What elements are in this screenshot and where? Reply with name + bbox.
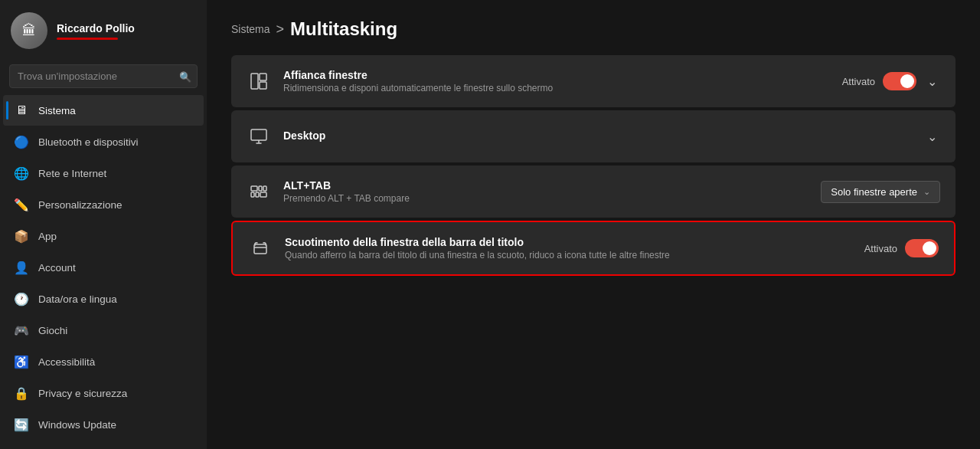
sidebar-item-app-label: App: [38, 231, 57, 242]
svg-rect-3: [251, 129, 266, 140]
alttab-icon: [247, 179, 271, 204]
sidebar-item-accessibilita-label: Accessibilità: [38, 356, 95, 368]
sidebar-item-giochi[interactable]: 🎮 Giochi: [3, 315, 204, 346]
app-icon: 📦: [14, 228, 29, 244]
desktop-text: Desktop: [283, 129, 912, 143]
sidebar-item-sistema-label: Sistema: [38, 105, 76, 116]
accessibilita-icon: ♿: [14, 354, 29, 369]
sidebar-item-giochi-label: Giochi: [38, 325, 67, 336]
desktop-chevron[interactable]: ⌄: [924, 126, 940, 147]
svg-rect-11: [260, 192, 266, 197]
privacy-icon: 🔒: [14, 385, 29, 401]
settings-list: Affianca finestre Ridimensiona e disponi…: [231, 55, 956, 276]
breadcrumb: Sistema > Multitasking: [231, 18, 956, 40]
sidebar-item-personalizzazione-label: Personalizzazione: [38, 199, 122, 211]
desktop-icon: [247, 124, 271, 149]
sidebar-item-windowsupdate-label: Windows Update: [38, 419, 116, 431]
affianca-text: Affianca finestre Ridimensiona e disponi…: [283, 69, 830, 93]
affianca-title: Affianca finestre: [283, 69, 830, 81]
setting-item-desktop: Desktop ⌄: [231, 110, 956, 162]
alttab-dropdown-arrow: ⌄: [923, 187, 930, 197]
desktop-control: ⌄: [924, 126, 940, 147]
affianca-icon: [247, 69, 271, 93]
setting-item-alttab: ALT+TAB Premendo ALT + TAB compare Solo …: [231, 166, 956, 218]
scuotimento-desc: Quando afferro la barra del titolo di un…: [285, 250, 852, 261]
svg-rect-8: [263, 186, 266, 191]
scuotimento-control: Attivato: [864, 239, 939, 257]
sistema-icon: 🖥: [14, 103, 29, 118]
svg-rect-10: [256, 192, 259, 197]
alttab-desc: Premendo ALT + TAB compare: [283, 193, 808, 204]
sidebar-item-rete-label: Rete e Internet: [38, 168, 106, 179]
sidebar-item-personalizzazione[interactable]: ✏️ Personalizzazione: [3, 189, 204, 220]
sidebar-item-accessibilita[interactable]: ♿ Accessibilità: [3, 346, 204, 377]
svg-rect-1: [260, 74, 266, 80]
bluetooth-icon: 🔵: [14, 134, 29, 149]
svg-rect-0: [251, 74, 258, 89]
svg-rect-7: [259, 186, 262, 191]
windowsupdate-icon: 🔄: [14, 417, 29, 432]
dataora-icon: 🕐: [14, 291, 29, 306]
rete-icon: 🌐: [14, 166, 29, 181]
affianca-desc: Ridimensiona e disponi automaticamente l…: [283, 83, 830, 93]
affianca-label: Attivato: [842, 76, 875, 87]
sidebar-item-bluetooth[interactable]: 🔵 Bluetooth e dispositivi: [3, 126, 204, 157]
setting-item-scuotimento: Scuotimento della finestra della barra d…: [231, 221, 956, 276]
scuotimento-text: Scuotimento della finestra della barra d…: [285, 236, 852, 261]
alttab-title: ALT+TAB: [283, 179, 808, 192]
alttab-text: ALT+TAB Premendo ALT + TAB compare: [283, 179, 808, 204]
alttab-control: Solo finestre aperte ⌄: [821, 181, 940, 203]
svg-rect-12: [254, 244, 266, 254]
breadcrumb-separator: >: [276, 21, 285, 38]
svg-rect-6: [251, 186, 257, 191]
scuotimento-title: Scuotimento della finestra della barra d…: [285, 236, 852, 248]
affianca-control: Attivato ⌄: [842, 71, 940, 92]
sidebar-item-bluetooth-label: Bluetooth e dispositivi: [38, 136, 139, 148]
sidebar-item-account-label: Account: [38, 262, 76, 274]
affianca-toggle[interactable]: [883, 72, 916, 90]
scuotimento-label: Attivato: [864, 243, 897, 254]
sidebar: 🏛 Riccardo Pollio 🔍 🖥 Sistema 🔵 Bluetoot…: [0, 0, 207, 449]
avatar: 🏛: [11, 12, 47, 49]
sidebar-item-dataora-label: Data/ora e lingua: [38, 293, 117, 305]
user-bar: [57, 38, 118, 40]
sidebar-item-privacy-label: Privacy e sicurezza: [38, 388, 127, 399]
alttab-dropdown[interactable]: Solo finestre aperte ⌄: [821, 181, 940, 203]
sidebar-item-rete[interactable]: 🌐 Rete e Internet: [3, 158, 204, 188]
alttab-dropdown-value: Solo finestre aperte: [831, 186, 917, 198]
nav-list: 🖥 Sistema 🔵 Bluetooth e dispositivi 🌐 Re…: [0, 94, 207, 449]
affianca-chevron[interactable]: ⌄: [924, 71, 940, 92]
giochi-icon: 🎮: [14, 323, 29, 338]
main-content: Sistema > Multitasking Affianca finestre…: [207, 0, 980, 449]
setting-item-affianca: Affianca finestre Ridimensiona e disponi…: [231, 55, 956, 107]
user-profile[interactable]: 🏛 Riccardo Pollio: [0, 0, 207, 61]
personalizzazione-icon: ✏️: [14, 197, 29, 212]
sidebar-item-windowsupdate[interactable]: 🔄 Windows Update: [3, 409, 204, 440]
desktop-title: Desktop: [283, 129, 912, 142]
affianca-toggle-knob: [900, 74, 914, 88]
svg-rect-9: [251, 192, 254, 197]
breadcrumb-parent: Sistema: [231, 23, 270, 35]
user-name: Riccardo Pollio: [57, 22, 135, 34]
user-info: Riccardo Pollio: [57, 22, 135, 40]
search-icon: 🔍: [179, 70, 191, 82]
sidebar-item-dataora[interactable]: 🕐 Data/ora e lingua: [3, 283, 204, 314]
search-box: 🔍: [9, 64, 198, 88]
svg-rect-2: [260, 82, 266, 89]
account-icon: 👤: [14, 260, 29, 275]
breadcrumb-current: Multitasking: [290, 18, 397, 40]
scuotimento-toggle[interactable]: [905, 239, 939, 257]
scuotimento-toggle-knob: [923, 241, 936, 255]
sidebar-item-sistema[interactable]: 🖥 Sistema: [3, 95, 204, 126]
sidebar-item-privacy[interactable]: 🔒 Privacy e sicurezza: [3, 378, 204, 408]
sidebar-item-app[interactable]: 📦 App: [3, 221, 204, 251]
scuotimento-icon: [248, 236, 273, 261]
sidebar-item-account[interactable]: 👤 Account: [3, 252, 204, 283]
search-input[interactable]: [9, 64, 198, 88]
